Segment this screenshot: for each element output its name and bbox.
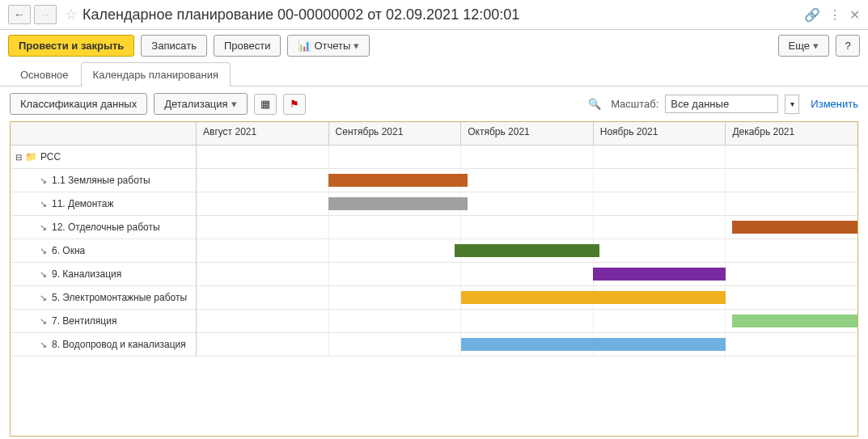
- month-header: Декабрь 2021: [726, 122, 857, 145]
- link-icon[interactable]: 🔗: [804, 7, 820, 23]
- favorite-star-icon[interactable]: ☆: [65, 6, 78, 23]
- gantt-timeline-header: Август 2021 Сентябрь 2021 Октябрь 2021 Н…: [197, 122, 857, 145]
- titlebar: ← → ☆ Календарное планирование 00-000000…: [0, 0, 868, 30]
- timeline-row: [197, 192, 857, 216]
- gantt-timeline[interactable]: [197, 146, 857, 357]
- task-group-row[interactable]: ⊟ 📁 РСС: [11, 146, 196, 169]
- grid-view-icon[interactable]: ▦: [254, 94, 277, 115]
- task-row[interactable]: ↘9. Канализация: [11, 263, 196, 286]
- task-icon: ↘: [40, 222, 47, 233]
- scale-dropdown-icon[interactable]: ▾: [785, 95, 799, 114]
- task-icon: ↘: [40, 175, 47, 186]
- save-button[interactable]: Записать: [141, 35, 207, 57]
- scale-select[interactable]: Все данные: [665, 95, 778, 113]
- gantt-bar[interactable]: [461, 291, 726, 304]
- timeline-row: [197, 333, 857, 357]
- collapse-icon[interactable]: ⊟: [15, 153, 22, 162]
- gantt-tree-header: [11, 122, 197, 145]
- task-row[interactable]: ↘1.1 Земляные работы: [11, 169, 196, 192]
- menu-dots-icon[interactable]: ⋮: [828, 7, 841, 23]
- gantt-task-tree: ⊟ 📁 РСС ↘1.1 Земляные работы ↘11. Демонт…: [11, 146, 197, 357]
- task-icon: ↘: [40, 246, 47, 256]
- help-button[interactable]: ?: [836, 35, 860, 57]
- gantt-bar[interactable]: [593, 268, 725, 281]
- timeline-row: [197, 263, 857, 286]
- task-row[interactable]: ↘5. Электромонтажные работы: [11, 286, 196, 310]
- gantt-bar[interactable]: [328, 197, 468, 210]
- edit-link[interactable]: Изменить: [811, 98, 858, 110]
- task-row[interactable]: ↘8. Водопровод и канализация: [11, 333, 196, 357]
- folder-icon: 📁: [25, 151, 37, 163]
- forward-button[interactable]: →: [34, 5, 57, 24]
- window-title: Календарное планирование 00-00000002 от …: [83, 6, 804, 23]
- scale-label: Масштаб:: [611, 98, 658, 110]
- task-icon: ↘: [40, 293, 47, 303]
- timeline-row: [197, 286, 857, 310]
- task-icon: ↘: [40, 269, 47, 280]
- gantt-chart: Август 2021 Сентябрь 2021 Октябрь 2021 Н…: [10, 121, 858, 437]
- timeline-row: [197, 169, 857, 192]
- more-button[interactable]: Еще: [778, 35, 829, 57]
- tab-calendar[interactable]: Календарь планирования: [81, 62, 231, 87]
- task-row[interactable]: ↘11. Демонтаж: [11, 192, 196, 216]
- timeline-row: [197, 310, 857, 333]
- task-icon: ↘: [40, 199, 47, 209]
- detail-button[interactable]: Детализация: [154, 93, 247, 115]
- task-icon: ↘: [40, 340, 47, 350]
- gantt-bar[interactable]: [455, 244, 600, 257]
- back-button[interactable]: ←: [8, 5, 31, 24]
- tab-main[interactable]: Основное: [8, 62, 81, 87]
- month-header: Октябрь 2021: [461, 122, 594, 145]
- sub-toolbar: Классификация данных Детализация ▦ ⚑ 🔍 М…: [0, 87, 868, 121]
- tab-bar: Основное Календарь планирования: [0, 61, 868, 87]
- gantt-bar[interactable]: [328, 174, 468, 187]
- main-toolbar: Провести и закрыть Записать Провести 📊 О…: [0, 30, 868, 61]
- gantt-bar[interactable]: [461, 338, 726, 351]
- flag-icon[interactable]: ⚑: [283, 94, 306, 115]
- close-icon[interactable]: ✕: [849, 7, 860, 23]
- task-row[interactable]: ↘12. Отделочные работы: [11, 216, 196, 239]
- gantt-bar[interactable]: [732, 221, 858, 234]
- month-header: Август 2021: [197, 122, 329, 145]
- task-row[interactable]: ↘7. Вентиляция: [11, 310, 196, 333]
- timeline-row: [197, 216, 857, 239]
- month-header: Ноябрь 2021: [594, 122, 726, 145]
- post-button[interactable]: Провести: [214, 35, 282, 57]
- gantt-bar[interactable]: [732, 314, 858, 327]
- month-header: Сентябрь 2021: [329, 122, 462, 145]
- post-and-close-button[interactable]: Провести и закрыть: [8, 35, 134, 57]
- reports-button[interactable]: 📊 Отчеты: [287, 35, 370, 57]
- classification-button[interactable]: Классификация данных: [10, 93, 147, 115]
- task-icon: ↘: [40, 316, 47, 327]
- task-row[interactable]: ↘6. Окна: [11, 239, 196, 263]
- search-icon[interactable]: 🔍: [588, 98, 601, 110]
- timeline-row: [197, 239, 857, 263]
- timeline-row: [197, 146, 857, 169]
- report-icon: 📊: [298, 40, 311, 52]
